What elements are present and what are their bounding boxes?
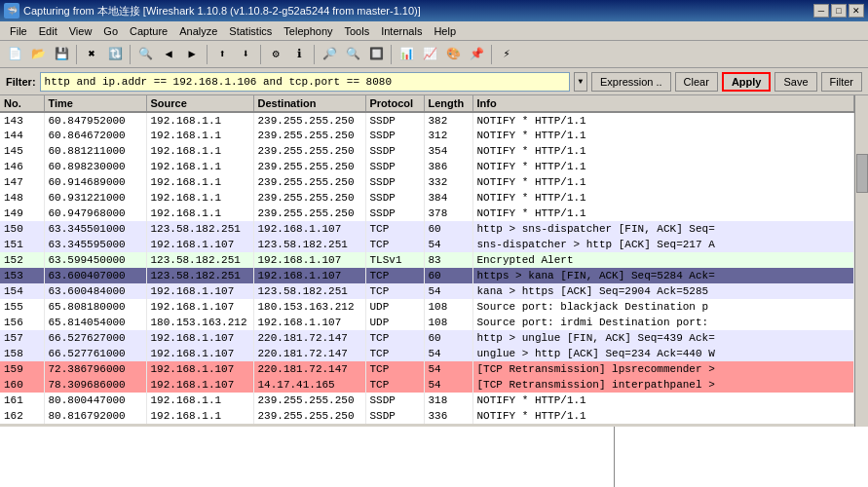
save-btn[interactable]: 💾: [51, 44, 72, 65]
cell-source: 192.168.1.107: [146, 377, 253, 393]
open-btn[interactable]: 📂: [27, 44, 49, 65]
menu-item-help[interactable]: Help: [428, 23, 462, 39]
menu-item-statistics[interactable]: Statistics: [223, 23, 278, 39]
new-btn[interactable]: 📄: [4, 44, 25, 65]
cell-length: 108: [424, 315, 472, 330]
menu-item-analyze[interactable]: Analyze: [173, 23, 223, 39]
apply-button[interactable]: Apply: [722, 72, 772, 92]
settings-btn[interactable]: ⚙: [265, 44, 286, 65]
maximize-button[interactable]: □: [831, 4, 847, 18]
col-dst[interactable]: Destination: [253, 95, 365, 112]
cell-time: 66.527761000: [44, 346, 146, 361]
cell-length: 60: [424, 330, 472, 346]
col-no[interactable]: No.: [0, 95, 44, 112]
cell-protocol: UDP: [365, 315, 424, 330]
toolbar: 📄 📂 💾 ✖ 🔃 🔍 ◀ ▶ ⬆ ⬇ ⚙ ℹ 🔎 🔍 🔲 📊 📈 🎨 📌 ⚡: [0, 41, 868, 68]
capture-opt-btn[interactable]: ⚡: [496, 44, 517, 65]
vertical-scrollbar[interactable]: [854, 95, 868, 427]
cell-protocol: SSDP: [365, 190, 424, 206]
close-button[interactable]: ✕: [849, 4, 864, 18]
cell-protocol: TCP: [365, 237, 424, 252]
menu-item-view[interactable]: View: [63, 23, 98, 39]
graph-btn[interactable]: 📊: [396, 44, 417, 65]
table-row[interactable]: 15263.599450000123.58.182.251192.168.1.1…: [0, 252, 854, 268]
cell-no: 145: [0, 143, 44, 159]
save-button[interactable]: Save: [774, 72, 816, 92]
info-btn[interactable]: ℹ: [288, 44, 310, 65]
cell-length: 60: [424, 221, 472, 237]
cell-source: 180.153.163.212: [146, 315, 253, 330]
table-row[interactable]: 14860.931221000192.168.1.1239.255.255.25…: [0, 190, 854, 206]
table-row[interactable]: 16280.816792000192.168.1.1239.255.255.25…: [0, 408, 854, 424]
cell-protocol: TLSv1: [365, 252, 424, 268]
go-btn[interactable]: ⬆: [211, 44, 233, 65]
table-row[interactable]: 14660.898230000192.168.1.1239.255.255.25…: [0, 159, 854, 174]
title-bar: 🦈 Capturing from 本地连接 [Wireshark 1.10.8 …: [0, 0, 868, 21]
cell-length: 54: [424, 361, 472, 377]
table-row[interactable]: 16078.309686000192.168.1.10714.17.41.165…: [0, 377, 854, 393]
chart-btn[interactable]: 📈: [419, 44, 440, 65]
close-cap-btn[interactable]: ✖: [81, 44, 102, 65]
menu-item-internals[interactable]: Internals: [375, 23, 428, 39]
table-row[interactable]: 14460.864672000192.168.1.1239.255.255.25…: [0, 128, 854, 143]
menu-item-go[interactable]: Go: [97, 23, 124, 39]
cell-protocol: SSDP: [365, 408, 424, 424]
scrollbar-thumb[interactable]: [856, 154, 868, 193]
cell-source: 192.168.1.1: [146, 408, 253, 424]
menu-item-tools[interactable]: Tools: [339, 23, 376, 39]
table-row[interactable]: 15866.527761000192.168.1.107220.181.72.1…: [0, 346, 854, 361]
sep6: [391, 45, 392, 64]
cell-length: 83: [424, 252, 472, 268]
table-row[interactable]: 15463.600484000192.168.1.107123.58.182.2…: [0, 283, 854, 299]
table-row[interactable]: 16180.800447000192.168.1.1239.255.255.25…: [0, 393, 854, 408]
cell-time: 60.898230000: [44, 159, 146, 174]
prev-btn[interactable]: ◀: [158, 44, 179, 65]
table-row[interactable]: 14360.847952000192.168.1.1239.255.255.25…: [0, 112, 854, 128]
col-len[interactable]: Length: [424, 95, 472, 112]
expression-button[interactable]: Expression ..: [591, 72, 671, 92]
clear-button[interactable]: Clear: [675, 72, 718, 92]
table-row[interactable]: 14560.881211000192.168.1.1239.255.255.25…: [0, 143, 854, 159]
menu-item-file[interactable]: File: [4, 23, 33, 39]
col-src[interactable]: Source: [146, 95, 253, 112]
menu-item-edit[interactable]: Edit: [33, 23, 63, 39]
cell-protocol: SSDP: [365, 206, 424, 221]
reload-btn[interactable]: 🔃: [104, 44, 126, 65]
color-btn[interactable]: 🎨: [442, 44, 464, 65]
filter-input[interactable]: [40, 72, 570, 92]
cell-protocol: SSDP: [365, 112, 424, 128]
cell-destination: 239.255.255.250: [253, 128, 365, 143]
zoom-fit-btn[interactable]: 🔲: [365, 44, 387, 65]
next-btn[interactable]: ▶: [181, 44, 203, 65]
minimize-button[interactable]: ─: [813, 4, 829, 18]
mark-btn[interactable]: 📌: [466, 44, 487, 65]
col-time[interactable]: Time: [44, 95, 146, 112]
filter-button[interactable]: Filter: [821, 72, 862, 92]
cell-destination: 192.168.1.107: [253, 268, 365, 283]
col-info[interactable]: Info: [472, 95, 854, 112]
cell-info: NOTIFY * HTTP/1.1: [472, 408, 854, 424]
cell-time: 80.816792000: [44, 408, 146, 424]
menu-item-capture[interactable]: Capture: [124, 23, 173, 39]
table-row[interactable]: 15363.600407000123.58.182.251192.168.1.1…: [0, 268, 854, 283]
table-row[interactable]: 15063.345501000123.58.182.251192.168.1.1…: [0, 221, 854, 237]
table-row[interactable]: 15665.814054000180.153.163.212192.168.1.…: [0, 315, 854, 330]
cell-info: Source port: irdmi Destination port:: [472, 315, 854, 330]
table-row[interactable]: 15163.345595000192.168.1.107123.58.182.2…: [0, 237, 854, 252]
cell-protocol: TCP: [365, 361, 424, 377]
table-row[interactable]: 15565.808180000192.168.1.107180.153.163.…: [0, 299, 854, 315]
find-btn[interactable]: 🔍: [134, 44, 156, 65]
table-row[interactable]: 14760.914689000192.168.1.1239.255.255.25…: [0, 174, 854, 190]
col-proto[interactable]: Protocol: [365, 95, 424, 112]
zoom-in-btn[interactable]: 🔎: [319, 44, 340, 65]
cell-no: 147: [0, 174, 44, 190]
down-btn[interactable]: ⬇: [235, 44, 256, 65]
zoom-out-btn[interactable]: 🔍: [342, 44, 363, 65]
cell-no: 146: [0, 159, 44, 174]
table-row[interactable]: 15972.386796000192.168.1.107220.181.72.1…: [0, 361, 854, 377]
menu-item-telephony[interactable]: Telephony: [278, 23, 338, 39]
table-row[interactable]: 15766.527627000192.168.1.107220.181.72.1…: [0, 330, 854, 346]
table-row[interactable]: 14960.947968000192.168.1.1239.255.255.25…: [0, 206, 854, 221]
cell-destination: 123.58.182.251: [253, 283, 365, 299]
filter-dropdown[interactable]: ▼: [574, 72, 587, 92]
